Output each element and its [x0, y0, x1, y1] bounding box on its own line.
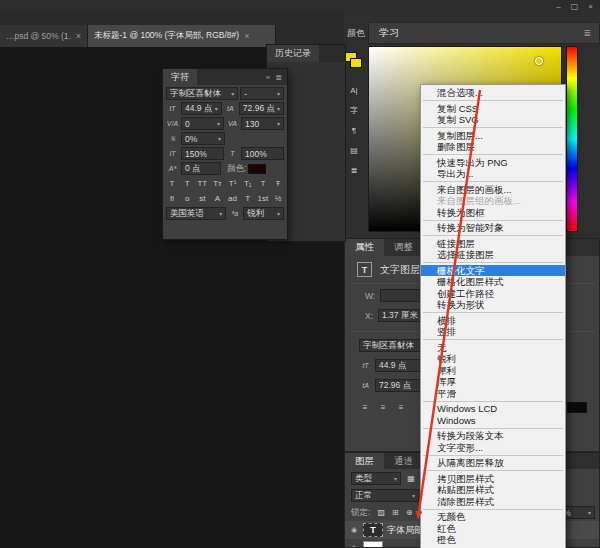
text-color-swatch[interactable] [248, 164, 266, 174]
panel-menu-icon[interactable]: ≣ [583, 28, 591, 38]
menu-item[interactable]: 删除图层 [421, 141, 565, 153]
align-icon[interactable]: ≡ [395, 401, 407, 413]
tab-adjustments[interactable]: 调整 [384, 239, 423, 256]
horizontal-scale-field[interactable]: 100% [241, 147, 284, 160]
menu-item[interactable]: 横排 [421, 315, 565, 327]
menu-item[interactable]: 导出为... [421, 168, 565, 180]
menu-item[interactable]: 犀利 [421, 365, 565, 377]
minimize-icon[interactable]: – [556, 3, 560, 11]
dock-panel-icon[interactable]: ≣ [348, 164, 360, 176]
menu-item[interactable]: 转换为智能对象 [421, 222, 565, 234]
menu-item[interactable]: 来自图层的画板... [421, 184, 565, 196]
maximize-icon[interactable]: ▢ [571, 3, 579, 11]
text-style-icon[interactable]: Ŧ [272, 178, 284, 190]
menu-item[interactable]: 粘贴图层样式 [421, 484, 565, 496]
visibility-eye-icon[interactable]: ◉ [349, 544, 359, 548]
tracking-dropdown[interactable]: 130 ▾ [241, 117, 284, 130]
font-size-dropdown[interactable]: 44.9 点 ▾ [181, 102, 222, 115]
menu-item[interactable]: Windows LCD [421, 403, 565, 415]
menu-item[interactable]: 锐利 [421, 353, 565, 365]
menu-item[interactable]: 文字变形... [421, 442, 565, 454]
opentype-icon[interactable]: fi [166, 193, 178, 205]
background-layer-thumbnail[interactable] [363, 541, 383, 548]
text-style-icon[interactable]: TT [196, 178, 208, 190]
menu-item[interactable]: 复制图层... [421, 130, 565, 142]
opentype-icon[interactable]: 1st [257, 193, 269, 205]
opentype-icon[interactable]: ad [227, 193, 239, 205]
tab-layers[interactable]: 图层 [345, 453, 384, 469]
menu-item[interactable]: 拷贝图层样式 [421, 473, 565, 485]
menu-item[interactable]: 转换为段落文本 [421, 430, 565, 442]
align-icon[interactable]: ≡ [359, 401, 371, 413]
dock-panel-icon[interactable]: 字 [348, 104, 360, 116]
visibility-eye-icon[interactable]: ◉ [349, 526, 359, 534]
menu-item[interactable]: 转换为图框 [421, 207, 565, 219]
proportional-spacing-dropdown[interactable]: 0% ▾ [181, 132, 225, 145]
background-color-swatch[interactable] [350, 58, 362, 68]
menu-item[interactable]: 创建工作路径 [421, 288, 565, 300]
tab-close-icon[interactable]: × [76, 31, 81, 41]
opentype-icon[interactable]: A [211, 193, 223, 205]
dock-panel-icon[interactable]: ▤ [348, 144, 360, 156]
color-panel-tab[interactable]: 颜色 [347, 27, 365, 40]
document-tab-inactive[interactable]: …psd @ 50% (1… × [0, 25, 88, 47]
opentype-icon[interactable]: T [242, 193, 254, 205]
opentype-icon[interactable]: o [181, 193, 193, 205]
close-icon[interactable]: × [588, 3, 593, 11]
dock-panel-icon[interactable]: A| [348, 84, 360, 96]
baseline-shift-field[interactable]: 0 点 [181, 162, 221, 175]
opentype-icon[interactable]: st [196, 193, 208, 205]
menu-item[interactable]: 来自图层组的画板... [421, 195, 565, 207]
text-style-icon[interactable]: T [181, 178, 193, 190]
menu-item[interactable]: 从隔离图层释放 [421, 457, 565, 469]
text-layer-thumbnail[interactable]: T [363, 523, 383, 537]
vertical-scale-field[interactable]: 150% [181, 147, 224, 160]
opentype-icon[interactable]: ½ [272, 193, 284, 205]
tab-channels[interactable]: 通道 [384, 453, 423, 469]
menu-item[interactable]: 选择链接图层 [421, 249, 565, 261]
menu-item[interactable]: 浑厚 [421, 376, 565, 388]
panel-menu-icon[interactable]: ≣ [275, 69, 282, 85]
menu-item[interactable]: 橙色 [421, 534, 565, 546]
layer-filter-dropdown[interactable]: 类型 ▾ [351, 472, 401, 485]
learn-panel-header[interactable]: 学习 ≣ [368, 22, 600, 44]
language-dropdown[interactable]: 美国英语 ▾ [166, 207, 226, 220]
panel-collapse-icon[interactable]: » [266, 69, 270, 85]
menu-item[interactable]: 链接图层 [421, 238, 565, 250]
text-style-icon[interactable]: Tт [211, 178, 223, 190]
menu-item[interactable]: 复制 SVG [421, 114, 565, 126]
color-picker-cursor[interactable] [535, 57, 543, 65]
menu-item[interactable]: Windows [421, 415, 565, 427]
menu-item[interactable]: 快速导出为 PNG [421, 157, 565, 169]
text-style-icon[interactable]: T [166, 178, 178, 190]
font-style-dropdown[interactable]: - ▾ [240, 87, 284, 100]
menu-item[interactable]: 复制 CSS [421, 103, 565, 115]
tab-properties[interactable]: 属性 [345, 239, 384, 256]
character-panel-tab[interactable]: 字符 [163, 69, 197, 85]
document-tab-active[interactable]: 未标题-1 @ 100% (字体局部, RGB/8#) × [88, 25, 276, 47]
lock-icon[interactable]: ⊕ [403, 507, 415, 519]
menu-item[interactable]: 竖排 [421, 326, 565, 338]
menu-item[interactable]: 转换为形状 [421, 299, 565, 311]
menu-item[interactable]: 无颜色 [421, 511, 565, 523]
tab-close-icon[interactable]: × [244, 31, 249, 41]
history-panel-tab[interactable]: 历史记录 [267, 45, 319, 62]
lock-icon[interactable]: ⊞ [389, 507, 401, 519]
kerning-dropdown[interactable]: 0 ▾ [181, 117, 224, 130]
hue-slider[interactable] [566, 46, 578, 232]
font-family-dropdown[interactable]: 字制区喜豺体 ▾ [166, 87, 238, 100]
text-style-icon[interactable]: T₁ [242, 178, 254, 190]
blend-mode-dropdown[interactable]: 正常 ▾ [351, 489, 419, 502]
lock-icon[interactable]: ▨ [375, 507, 387, 519]
dock-panel-icon[interactable]: ¶ [348, 124, 360, 136]
layer-filter-icon[interactable]: ▦ [405, 473, 417, 485]
align-icon[interactable]: ≡ [377, 401, 389, 413]
menu-item[interactable]: 平滑 [421, 388, 565, 400]
menu-item[interactable]: 清除图层样式 [421, 496, 565, 508]
text-style-icon[interactable]: T [257, 178, 269, 190]
menu-item[interactable]: 红色 [421, 523, 565, 535]
anti-alias-dropdown[interactable]: 锐利 ▾ [243, 207, 284, 220]
menu-item[interactable]: 栅格化图层样式 [421, 276, 565, 288]
properties-text-color-swatch[interactable] [567, 402, 587, 413]
leading-dropdown[interactable]: 72.96 点 ▾ [239, 102, 284, 115]
